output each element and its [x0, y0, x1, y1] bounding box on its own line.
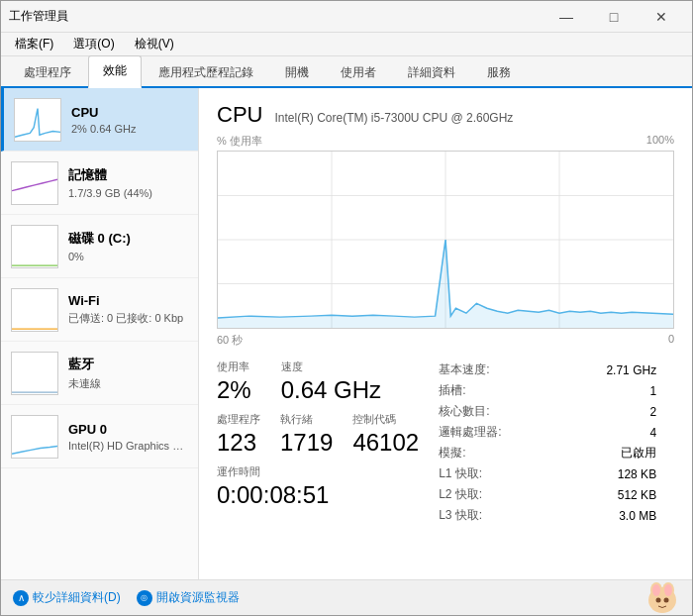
l3-value: 3.0 MB	[591, 505, 656, 526]
disk-thumbnail	[11, 225, 58, 268]
stats-area: 使用率 2% 速度 0.64 GHz 處理程序 123	[217, 359, 674, 526]
cpu-sidebar-name: CPU	[71, 105, 188, 120]
menu-view[interactable]: 檢視(V)	[127, 34, 182, 54]
handles-value: 46102	[352, 429, 419, 457]
x-label-right: 0	[668, 333, 674, 348]
chevron-up-icon: ∧	[13, 590, 29, 606]
disk-sidebar-detail: 0%	[68, 251, 188, 262]
cores-value: 2	[591, 401, 656, 422]
main-window: 工作管理員 — □ ✕ 檔案(F) 選項(O) 檢視(V) 處理程序 效能 應用…	[0, 0, 693, 616]
y-label-left: % 使用率	[217, 134, 262, 149]
wifi-thumbnail	[11, 288, 58, 332]
mascot-icon	[644, 580, 680, 616]
stat-uptime: 運作時間 0:00:08:51	[217, 464, 419, 509]
menu-file[interactable]: 檔案(F)	[7, 34, 61, 54]
menu-options[interactable]: 選項(O)	[65, 34, 122, 54]
wifi-sidebar-info: Wi-Fi 已傳送: 0 已接收: 0 Kbp	[68, 293, 188, 326]
menu-bar: 檔案(F) 選項(O) 檢視(V)	[1, 33, 692, 56]
handles-label: 控制代碼	[352, 412, 419, 427]
tab-users[interactable]: 使用者	[326, 57, 391, 86]
memory-sidebar-detail: 1.7/3.9 GB (44%)	[68, 187, 188, 199]
info-row-slots: 插槽: 1	[439, 380, 656, 401]
l3-label: L3 快取:	[439, 505, 591, 526]
stat-speed: 速度 0.64 GHz	[281, 359, 381, 404]
l1-value: 128 KB	[591, 463, 656, 484]
title-bar: 工作管理員 — □ ✕	[1, 1, 692, 33]
bluetooth-sidebar-detail: 未連線	[68, 376, 188, 391]
uptime-label: 運作時間	[217, 464, 419, 479]
virtualization-value: 已啟用	[591, 443, 656, 463]
stat-usage: 使用率 2%	[217, 359, 251, 404]
chart-labels-top: % 使用率 100%	[217, 134, 674, 149]
l2-value: 512 KB	[591, 484, 656, 505]
base-speed-value: 2.71 GHz	[591, 359, 656, 380]
tab-details[interactable]: 詳細資料	[393, 57, 470, 86]
info-row-virtualization: 模擬: 已啟用	[439, 443, 656, 463]
svg-point-10	[652, 584, 660, 596]
slots-label: 插槽:	[439, 380, 591, 401]
panel-header: CPU Intel(R) Core(TM) i5-7300U CPU @ 2.6…	[217, 102, 674, 128]
threads-value: 1719	[280, 429, 333, 457]
less-detail-button[interactable]: ∧ 較少詳細資料(D)	[13, 589, 121, 606]
memory-sidebar-info: 記憶體 1.7/3.9 GB (44%)	[68, 166, 188, 199]
info-row-logical: 邏輯處理器: 4	[439, 422, 656, 443]
l1-label: L1 快取:	[439, 463, 591, 484]
tab-bar: 處理程序 效能 應用程式歷程記錄 開機 使用者 詳細資料 服務	[1, 56, 692, 88]
info-row-cores: 核心數目: 2	[439, 401, 656, 422]
tab-processes[interactable]: 處理程序	[9, 57, 86, 86]
svg-point-11	[664, 584, 672, 596]
speed-value: 0.64 GHz	[281, 376, 381, 404]
sidebar-item-cpu[interactable]: CPU 2% 0.64 GHz	[1, 88, 198, 152]
bluetooth-sidebar-name: 藍牙	[68, 356, 188, 373]
svg-point-13	[664, 597, 669, 602]
tab-services[interactable]: 服務	[472, 57, 526, 86]
disk-sidebar-name: 磁碟 0 (C:)	[68, 230, 188, 248]
info-row-l3: L3 快取: 3.0 MB	[439, 505, 656, 526]
gpu-sidebar-name: GPU 0	[68, 422, 188, 437]
info-table: 基本速度: 2.71 GHz 插槽: 1 核心數目: 2 邏輯處理器:	[439, 359, 656, 526]
stat-handles: 控制代碼 46102	[352, 412, 419, 457]
usage-label: 使用率	[217, 359, 251, 374]
wifi-sidebar-name: Wi-Fi	[68, 293, 188, 308]
memory-sidebar-name: 記憶體	[68, 166, 188, 184]
stat-threads: 執行緒 1719	[280, 412, 333, 457]
threads-label: 執行緒	[280, 412, 333, 427]
sidebar-item-bluetooth[interactable]: 藍牙 未連線	[1, 342, 198, 405]
tab-app-history[interactable]: 應用程式歷程記錄	[144, 57, 268, 86]
sidebar-item-disk[interactable]: 磁碟 0 (C:) 0%	[1, 215, 198, 278]
window-title: 工作管理員	[9, 8, 544, 25]
memory-thumbnail	[11, 161, 58, 205]
minimize-button[interactable]: —	[544, 3, 589, 31]
l2-label: L2 快取:	[439, 484, 591, 505]
cpu-sidebar-detail: 2% 0.64 GHz	[71, 123, 188, 135]
virtualization-label: 模擬:	[439, 443, 591, 463]
sidebar: CPU 2% 0.64 GHz 記憶體 1.7/3.9 GB (44%)	[1, 88, 199, 579]
panel-title: CPU	[217, 102, 262, 128]
cores-label: 核心數目:	[439, 401, 591, 422]
tab-performance[interactable]: 效能	[88, 55, 142, 88]
uptime-value: 0:00:08:51	[217, 481, 419, 509]
cpu-chart	[217, 151, 674, 329]
stat-processes: 處理程序 123	[217, 412, 260, 457]
processes-value: 123	[217, 429, 260, 457]
slots-value: 1	[591, 380, 656, 401]
gpu-sidebar-info: GPU 0 Intel(R) HD Graphics 6... 3%	[68, 422, 188, 452]
sidebar-item-gpu[interactable]: GPU 0 Intel(R) HD Graphics 6... 3%	[1, 405, 198, 468]
maximize-button[interactable]: □	[591, 3, 637, 31]
close-button[interactable]: ✕	[639, 3, 684, 31]
cpu-sidebar-info: CPU 2% 0.64 GHz	[71, 105, 188, 135]
monitor-icon: ◎	[137, 590, 152, 606]
base-speed-label: 基本速度:	[439, 359, 591, 380]
y-label-right: 100%	[646, 134, 674, 149]
sidebar-item-memory[interactable]: 記憶體 1.7/3.9 GB (44%)	[1, 152, 198, 215]
chart-labels-bottom: 60 秒 0	[217, 333, 674, 348]
tab-startup[interactable]: 開機	[270, 57, 324, 86]
bottom-bar: ∧ 較少詳細資料(D) ◎ 開啟資源監視器	[1, 579, 692, 615]
window-controls: — □ ✕	[544, 3, 684, 31]
info-row-base-speed: 基本速度: 2.71 GHz	[439, 359, 656, 380]
panel-subtitle: Intel(R) Core(TM) i5-7300U CPU @ 2.60GHz	[274, 111, 513, 125]
usage-value: 2%	[217, 376, 251, 404]
logical-value: 4	[591, 422, 656, 443]
sidebar-item-wifi[interactable]: Wi-Fi 已傳送: 0 已接收: 0 Kbp	[1, 278, 198, 342]
open-monitor-button[interactable]: ◎ 開啟資源監視器	[137, 589, 240, 606]
